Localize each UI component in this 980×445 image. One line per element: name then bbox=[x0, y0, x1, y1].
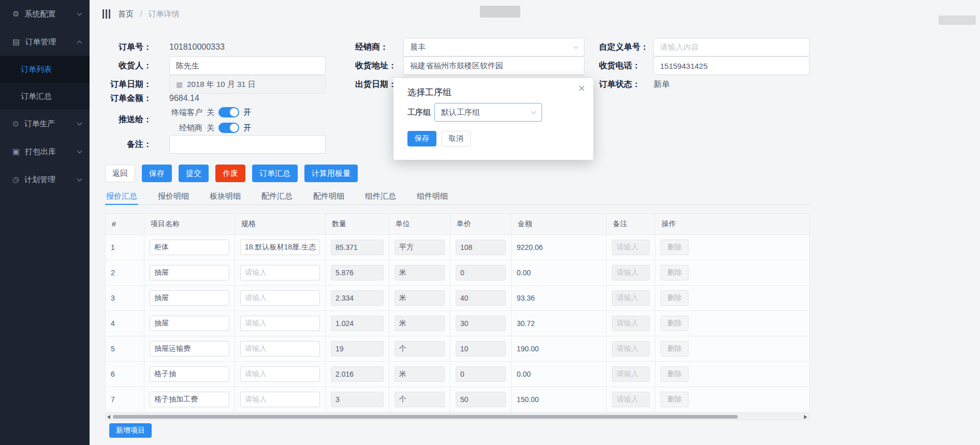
collapse-menu-icon[interactable] bbox=[103, 9, 110, 19]
breadcrumb: 首页 / 订单详情 bbox=[118, 9, 180, 19]
tab-quote-summary[interactable]: 报价汇总 bbox=[105, 188, 138, 205]
sidebar-item-plan-management[interactable]: ◷ 计划管理 bbox=[0, 166, 90, 194]
item-name-value: 格子抽加工费 bbox=[154, 395, 198, 404]
table-row: 4 抽屉 请输入 1.024 米 30 30.72 请输入 删除 bbox=[106, 311, 810, 336]
sidebar-item-system-config[interactable]: ⚙ 系统配置 bbox=[0, 0, 90, 28]
redacted-text-block bbox=[480, 6, 520, 18]
address-input[interactable]: 福建省福州市鼓楼区软件园 bbox=[403, 56, 584, 75]
receiver-value: 陈先生 bbox=[176, 61, 199, 71]
remark-label: 备注： bbox=[67, 135, 152, 154]
price-input: 50 bbox=[456, 392, 506, 407]
table-header-row: # 项目名称 规格 数量 单位 单价 金额 备注 操作 bbox=[106, 214, 810, 235]
spec-input[interactable]: 请输入 bbox=[240, 290, 320, 306]
item-name-input[interactable]: 格子抽加工费 bbox=[150, 392, 229, 407]
process-group-select[interactable]: 默认工序组 bbox=[434, 103, 542, 122]
push-target-name: 终端客户 bbox=[169, 108, 202, 117]
remark-cell-input: 请输入 bbox=[612, 341, 650, 357]
save-button[interactable]: 保存 bbox=[142, 165, 172, 182]
qty-input: 19 bbox=[331, 341, 384, 357]
remark-placeholder: 请输入 bbox=[617, 344, 638, 353]
chevron-down-icon bbox=[574, 44, 579, 49]
row-index: 7 bbox=[111, 395, 115, 404]
receiver-input[interactable]: 陈先生 bbox=[169, 56, 326, 75]
item-name-input[interactable]: 柜体 bbox=[150, 240, 229, 255]
spec-placeholder: 请输入 bbox=[245, 369, 267, 379]
remark-placeholder: 请输入 bbox=[617, 243, 638, 252]
horizontal-scrollbar[interactable] bbox=[105, 413, 809, 420]
unit-input: 个 bbox=[394, 341, 445, 357]
tab-board-detail[interactable]: 板块明细 bbox=[209, 188, 242, 205]
table-row: 5 抽屉运输费 请输入 19 个 10 190.00 请输入 删除 bbox=[106, 336, 810, 362]
item-name-input[interactable]: 格子抽 bbox=[150, 366, 229, 382]
custom-no-input[interactable]: 请输入内容 bbox=[653, 38, 810, 56]
dealer-select[interactable]: 晨丰 bbox=[403, 38, 584, 56]
amount-value: 0.00 bbox=[517, 269, 531, 277]
order-amount-label: 订单金额： bbox=[67, 89, 152, 108]
remark-placeholder: 请输入 bbox=[617, 369, 638, 379]
dealer-label: 经销商： bbox=[355, 38, 388, 56]
col-header-spec: 规格 bbox=[235, 214, 326, 235]
item-name-input[interactable]: 抽屉运输费 bbox=[150, 341, 229, 357]
add-item-button[interactable]: 新增项目 bbox=[109, 423, 152, 438]
scroll-right-arrow-icon[interactable] bbox=[804, 415, 807, 419]
close-icon[interactable]: × bbox=[578, 82, 585, 95]
spec-input[interactable]: 请输入 bbox=[240, 265, 320, 280]
production-icon: ⊙ bbox=[12, 119, 19, 128]
detail-tabs: 报价汇总 报价明细 板块明细 配件汇总 配件明细 组件汇总 组件明细 bbox=[105, 188, 809, 205]
price-input: 0 bbox=[456, 366, 506, 382]
qty-value: 85.371 bbox=[335, 243, 358, 251]
remark-input[interactable] bbox=[169, 135, 326, 154]
tab-quote-detail[interactable]: 报价明细 bbox=[157, 188, 190, 205]
delete-row-button: 删除 bbox=[661, 392, 689, 407]
calendar-icon: ▦ bbox=[176, 80, 183, 88]
terminal-customer-toggle[interactable] bbox=[218, 107, 239, 117]
item-name-input[interactable]: 抽屉 bbox=[150, 265, 229, 280]
spec-input[interactable]: 请输入 bbox=[240, 316, 320, 331]
col-header-unit: 单位 bbox=[389, 214, 450, 235]
back-button[interactable]: 返回 bbox=[105, 165, 135, 182]
scrollbar-thumb[interactable] bbox=[113, 415, 738, 419]
price-input: 0 bbox=[456, 265, 506, 280]
item-name-input[interactable]: 抽屉 bbox=[150, 316, 229, 331]
price-input: 30 bbox=[456, 316, 506, 331]
breadcrumb-current: 订单详情 bbox=[149, 9, 180, 18]
tab-component-detail[interactable]: 组件明细 bbox=[416, 188, 449, 205]
price-input: 40 bbox=[456, 290, 506, 306]
modal-save-button[interactable]: 保存 bbox=[407, 131, 436, 146]
address-value: 福建省福州市鼓楼区软件园 bbox=[410, 61, 503, 71]
toggle-off-label: 关 bbox=[207, 123, 214, 133]
tab-parts-summary[interactable]: 配件汇总 bbox=[260, 188, 294, 205]
breadcrumb-home-link[interactable]: 首页 bbox=[118, 9, 134, 18]
tab-parts-detail[interactable]: 配件明细 bbox=[312, 188, 345, 205]
phone-input[interactable]: 15159431425 bbox=[653, 56, 810, 75]
dealer-toggle[interactable] bbox=[218, 123, 239, 133]
delete-row-button: 删除 bbox=[661, 240, 689, 255]
table-row: 7 格子抽加工费 请输入 3 个 50 150.00 请输入 删除 bbox=[106, 387, 810, 412]
qty-value: 5.876 bbox=[335, 269, 354, 277]
tab-component-summary[interactable]: 组件汇总 bbox=[364, 188, 397, 205]
unit-value: 米 bbox=[399, 268, 406, 277]
spec-input[interactable]: 请输入 bbox=[240, 392, 320, 407]
qty-input: 5.876 bbox=[331, 265, 384, 280]
order-date-value: 2018 年 10 月 31 日 bbox=[187, 80, 256, 90]
qty-value: 3 bbox=[335, 395, 340, 404]
order-summary-button[interactable]: 订单汇总 bbox=[252, 165, 298, 182]
calc-board-button[interactable]: 计算用板量 bbox=[304, 165, 358, 182]
item-name-value: 抽屉 bbox=[154, 268, 169, 277]
submit-button[interactable]: 提交 bbox=[179, 165, 209, 182]
price-value: 0 bbox=[460, 269, 464, 277]
modal-cancel-button[interactable]: 取消 bbox=[442, 131, 471, 146]
remark-cell-input: 请输入 bbox=[612, 366, 650, 382]
item-name-input[interactable]: 抽屉 bbox=[150, 290, 229, 306]
unit-value: 米 bbox=[399, 319, 406, 328]
spec-placeholder: 请输入 bbox=[245, 319, 267, 328]
void-button[interactable]: 作废 bbox=[215, 165, 245, 182]
row-index: 5 bbox=[111, 345, 115, 353]
spec-input[interactable]: 18.默认板材18厘.生态 bbox=[240, 240, 320, 255]
scroll-left-arrow-icon[interactable] bbox=[107, 415, 110, 419]
spec-input[interactable]: 请输入 bbox=[240, 341, 320, 357]
spec-input[interactable]: 请输入 bbox=[240, 366, 320, 382]
modal-title: 选择工序组 bbox=[407, 86, 451, 98]
remark-cell-input: 请输入 bbox=[612, 240, 650, 255]
qty-input: 2.334 bbox=[331, 290, 384, 306]
